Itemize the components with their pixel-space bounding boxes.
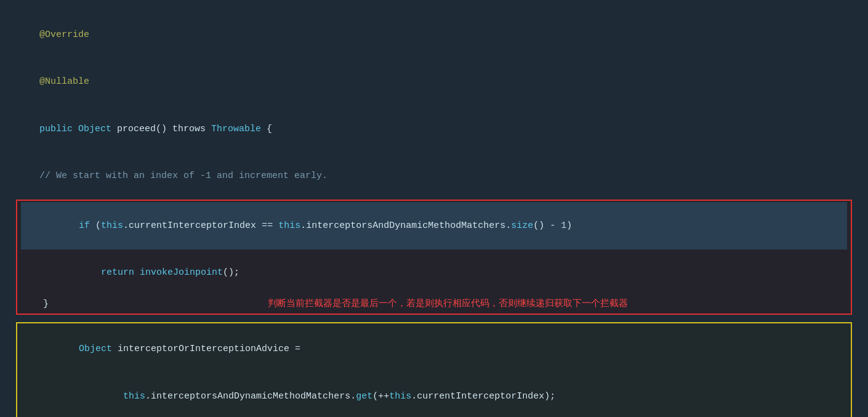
dot2: . bbox=[300, 221, 306, 231]
paren-size: () bbox=[533, 221, 544, 231]
line-comment1: // We start with an index of -1 and incr… bbox=[15, 153, 853, 200]
method-invoke-joinpoint: invokeJoinpoint bbox=[140, 267, 223, 278]
line-return-invoke: return invokeJoinpoint(); bbox=[21, 249, 847, 297]
paren-close-if: ) bbox=[566, 221, 572, 231]
type-obj: Object bbox=[57, 344, 118, 354]
this-ref1: this bbox=[101, 221, 123, 231]
field-interceptors2: interceptorsAndDynamicMethodMatchers bbox=[151, 391, 350, 402]
brace-open: { bbox=[261, 124, 272, 134]
indent-spaces bbox=[57, 391, 123, 402]
code-container: @Override @Nullable public Object procee… bbox=[0, 0, 868, 417]
dot5: . bbox=[350, 391, 356, 402]
num-one: 1 bbox=[561, 221, 566, 231]
kw-return: return bbox=[57, 267, 140, 278]
paren-open: () bbox=[156, 124, 167, 134]
line-close-brace-annotation: } 判断当前拦截器是否是最后一个，若是则执行相应代码，否则继续递归获取下一个拦截… bbox=[21, 296, 847, 312]
field-current-index: currentInterceptorIndex bbox=[129, 221, 256, 231]
line-if-check: if (this.currentInterceptorIndex == this… bbox=[21, 202, 847, 249]
paren-if: ( bbox=[95, 221, 101, 231]
line-method-sig: public Object proceed() throws Throwable… bbox=[15, 105, 853, 153]
field-interceptors: interceptorsAndDynamicMethodMatchers bbox=[306, 221, 505, 231]
keyword-public: public bbox=[39, 124, 78, 134]
chinese-annotation-red: 判断当前拦截器是否是最后一个，若是则执行相应代码，否则继续递归获取下一个拦截器 bbox=[49, 296, 847, 312]
dot4: . bbox=[145, 391, 151, 402]
brace-close1: } bbox=[21, 296, 49, 312]
type-throwable: Throwable bbox=[211, 124, 261, 134]
paren-invoke: () bbox=[223, 267, 234, 278]
line-nullable: @Nullable bbox=[15, 59, 853, 106]
semi2: ; bbox=[550, 391, 555, 402]
keyword-throws: throws bbox=[167, 124, 211, 134]
dot3: . bbox=[505, 221, 511, 231]
annotation-override: @Override bbox=[39, 30, 89, 40]
kw-if: if bbox=[57, 221, 95, 231]
method-name: proceed bbox=[117, 124, 156, 134]
var-name: interceptorOrInterceptionAdvice bbox=[118, 344, 289, 354]
red-annotation-box: if (this.currentInterceptorIndex == this… bbox=[16, 200, 852, 315]
comment1-text: // We start with an index of -1 and incr… bbox=[39, 171, 328, 181]
this-ref3: this bbox=[123, 391, 145, 402]
this-ref4: this bbox=[389, 391, 411, 402]
increment-op: ++ bbox=[378, 391, 389, 402]
this-ref2: this bbox=[278, 221, 300, 231]
dot1: . bbox=[123, 221, 129, 231]
assign-op: = bbox=[289, 344, 300, 354]
minus-op: - bbox=[544, 221, 561, 231]
semi1: ; bbox=[234, 267, 239, 278]
eq-op: == bbox=[256, 221, 278, 231]
paren-get: ( bbox=[372, 391, 378, 402]
dot6: . bbox=[411, 391, 417, 402]
line-obj-decl1: Object interceptorOrInterceptionAdvice = bbox=[21, 326, 847, 373]
field-current-index2: currentInterceptorIndex bbox=[417, 391, 544, 402]
method-size: size bbox=[511, 221, 533, 231]
method-get: get bbox=[356, 391, 372, 402]
annotation-nullable: @Nullable bbox=[39, 76, 89, 87]
line-obj-decl2: this.interceptorsAndDynamicMethodMatcher… bbox=[21, 373, 847, 417]
type-object: Object bbox=[78, 124, 117, 134]
yellow-annotation-box: Object interceptorOrInterceptionAdvice =… bbox=[16, 322, 852, 418]
paren-get-close: ) bbox=[544, 391, 550, 402]
line-override: @Override bbox=[15, 11, 853, 59]
